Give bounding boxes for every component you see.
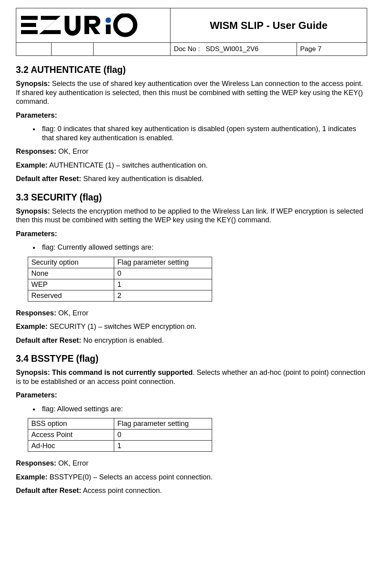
s33-default-text: No encryption is enabled.: [81, 336, 164, 344]
label-synopsis: Synopsis:: [16, 207, 50, 215]
s33-responses: Responses: OK, Error: [16, 309, 367, 318]
table-cell: 2: [114, 290, 212, 301]
s34-bullet: flag: Allowed settings are:: [40, 405, 367, 414]
doc-no-cell: Doc No : SDS_WI001_2V6: [170, 43, 297, 56]
s33-responses-text: OK, Error: [56, 309, 88, 317]
header-table: WISM SLIP - User Guide Doc No : SDS_WI00…: [16, 8, 367, 56]
s34-synopsis: Synopsis: This command is not currently …: [16, 368, 367, 386]
s34-responses: Responses: OK, Error: [16, 459, 367, 468]
table-header: Flag parameter setting: [114, 257, 212, 268]
s32-responses-text: OK, Error: [56, 147, 88, 155]
label-responses: Responses:: [16, 147, 56, 155]
table-cell: 1: [114, 441, 212, 452]
doc-title: WISM SLIP - User Guide: [170, 8, 367, 43]
header-empty-2: [51, 43, 93, 56]
doc-no-label: Doc No :: [174, 45, 200, 53]
section-3-2-heading: 3.2 AUTHENTICATE (flag): [16, 65, 367, 75]
s32-example-text: AUTHENTICATE (1) – switches authenticati…: [48, 161, 208, 169]
s32-example: Example: AUTHENTICATE (1) – switches aut…: [16, 161, 367, 170]
header-empty-3: [93, 43, 170, 56]
label-parameters: Parameters:: [16, 229, 367, 239]
s34-default-text: Access point connection.: [81, 487, 162, 494]
table-cell: None: [28, 268, 114, 279]
s33-default: Default after Reset: No encryption is en…: [16, 336, 367, 345]
s33-synopsis: Synopsis: Selects the encryption method …: [16, 207, 367, 225]
section-3-4-heading: 3.4 BSSTYPE (flag): [16, 353, 367, 364]
bsstype-table: BSS optionFlag parameter setting Access …: [28, 418, 212, 452]
table-cell: Ad-Hoc: [28, 441, 114, 452]
svg-point-6: [115, 15, 135, 35]
table-header: Security option: [28, 257, 114, 268]
svg-point-4: [105, 17, 111, 23]
brand-logo-icon: [20, 13, 163, 37]
s34-responses-text: OK, Error: [56, 459, 88, 467]
s33-synopsis-text: Selects the encryption method to be appl…: [16, 207, 363, 224]
svg-rect-1: [21, 23, 36, 27]
s34-default: Default after Reset: Access point connec…: [16, 486, 367, 495]
svg-marker-3: [39, 16, 61, 34]
label-default: Default after Reset:: [16, 487, 81, 494]
s32-synopsis: Synopsis: Selects the use of shared key …: [16, 79, 367, 106]
s32-default: Default after Reset: Shared key authenti…: [16, 174, 367, 183]
table-cell: 0: [114, 430, 212, 441]
svg-rect-5: [106, 25, 111, 34]
s32-synopsis-text: Selects the use of shared key authentica…: [16, 80, 363, 105]
label-synopsis: Synopsis:: [16, 80, 50, 88]
s34-example: Example: BSSTYPE(0) – Selects an access …: [16, 473, 367, 482]
s32-default-text: Shared key authentication is disabled.: [81, 175, 203, 183]
label-responses: Responses:: [16, 309, 56, 317]
label-example: Example:: [16, 473, 48, 481]
table-header: Flag parameter setting: [114, 418, 212, 430]
table-cell: Access Point: [28, 430, 114, 441]
header-empty-1: [16, 43, 52, 56]
svg-rect-0: [21, 16, 38, 20]
s33-example-text: SECURITY (1) – switches WEP encryption o…: [48, 323, 196, 330]
s32-responses: Responses: OK, Error: [16, 147, 367, 156]
table-header: BSS option: [28, 418, 114, 430]
security-table: Security optionFlag parameter setting No…: [28, 257, 212, 302]
svg-rect-2: [21, 30, 38, 34]
label-parameters: Parameters:: [16, 391, 367, 400]
label-example: Example:: [16, 323, 48, 330]
s34-example-text: BSSTYPE(0) – Selects an access point con…: [48, 473, 213, 481]
s33-bullet: flag: Currently allowed settings are:: [40, 243, 367, 252]
s33-example: Example: SECURITY (1) – switches WEP enc…: [16, 322, 367, 331]
label-default: Default after Reset:: [16, 336, 81, 344]
section-3-3-heading: 3.3 SECURITY (flag): [16, 192, 367, 203]
table-cell: 0: [114, 268, 212, 279]
table-cell: WEP: [28, 279, 114, 290]
s32-bullet: flag: 0 indicates that shared key authen…: [40, 124, 367, 142]
s34-synopsis-bold: Synopsis: This command is not currently …: [16, 368, 193, 376]
logo-cell: [16, 8, 170, 43]
label-default: Default after Reset:: [16, 175, 81, 183]
table-cell: Reserved: [28, 290, 114, 301]
label-responses: Responses:: [16, 459, 56, 467]
label-parameters: Parameters:: [16, 111, 367, 120]
page-number: Page 7: [297, 43, 367, 56]
label-example: Example:: [16, 161, 48, 169]
table-cell: 1: [114, 279, 212, 290]
doc-no-value: SDS_WI001_2V6: [206, 45, 259, 53]
